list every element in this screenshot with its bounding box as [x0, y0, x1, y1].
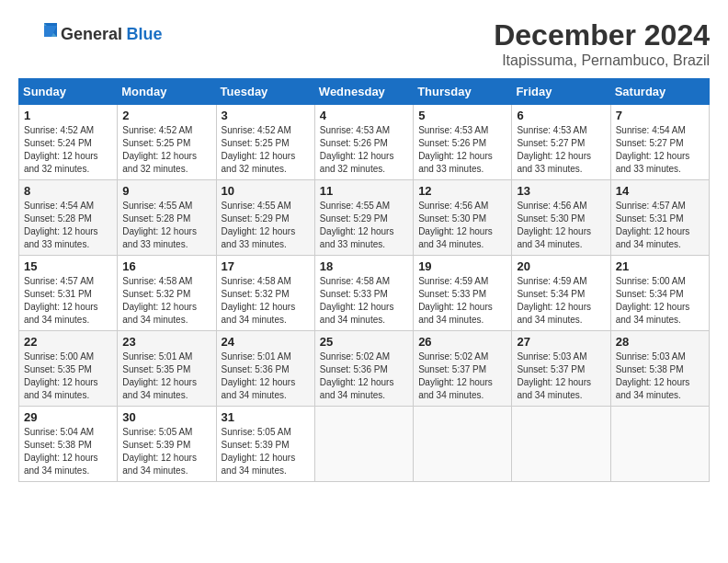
logo-blue-text: Blue: [127, 25, 163, 43]
day-info: Sunrise: 5:05 AMSunset: 5:39 PMDaylight:…: [222, 426, 310, 477]
day-cell: 10Sunrise: 4:55 AMSunset: 5:29 PMDayligh…: [216, 180, 314, 256]
day-number: 2: [122, 109, 210, 122]
day-number: 16: [122, 259, 210, 273]
col-wednesday: Wednesday: [314, 79, 413, 105]
day-cell: 29Sunrise: 5:04 AMSunset: 5:38 PMDayligh…: [19, 407, 118, 482]
day-cell: 5Sunrise: 4:53 AMSunset: 5:26 PMDaylight…: [414, 105, 512, 180]
day-cell: 4Sunrise: 4:53 AMSunset: 5:26 PMDaylight…: [314, 105, 413, 180]
day-number: 26: [418, 335, 506, 349]
day-info: Sunrise: 4:54 AMSunset: 5:28 PMDaylight:…: [24, 200, 112, 251]
month-title: December 2024: [494, 18, 710, 52]
day-number: 20: [517, 259, 605, 273]
day-number: 17: [222, 259, 310, 273]
day-number: 8: [24, 184, 112, 198]
day-cell: 23Sunrise: 5:01 AMSunset: 5:35 PMDayligh…: [118, 331, 216, 407]
day-cell: 7Sunrise: 4:54 AMSunset: 5:27 PMDaylight…: [610, 105, 709, 180]
day-number: 22: [24, 335, 112, 349]
day-info: Sunrise: 4:58 AMSunset: 5:33 PMDaylight:…: [320, 275, 408, 327]
day-info: Sunrise: 5:02 AMSunset: 5:36 PMDaylight:…: [320, 350, 408, 402]
day-number: 14: [616, 184, 704, 198]
day-info: Sunrise: 5:02 AMSunset: 5:37 PMDaylight:…: [418, 350, 506, 402]
day-number: 4: [320, 109, 408, 122]
day-cell: 20Sunrise: 4:59 AMSunset: 5:34 PMDayligh…: [512, 256, 610, 331]
day-info: Sunrise: 4:52 AMSunset: 5:24 PMDaylight:…: [24, 124, 112, 176]
day-info: Sunrise: 5:03 AMSunset: 5:37 PMDaylight:…: [517, 350, 605, 402]
day-number: 9: [122, 184, 210, 198]
day-cell: 14Sunrise: 4:57 AMSunset: 5:31 PMDayligh…: [610, 180, 709, 256]
day-info: Sunrise: 4:53 AMSunset: 5:26 PMDaylight:…: [418, 124, 506, 176]
day-info: Sunrise: 4:54 AMSunset: 5:27 PMDaylight:…: [616, 124, 704, 176]
col-tuesday: Tuesday: [216, 79, 314, 105]
day-number: 29: [24, 410, 112, 424]
day-info: Sunrise: 4:58 AMSunset: 5:32 PMDaylight:…: [122, 275, 210, 327]
day-cell: 30Sunrise: 5:05 AMSunset: 5:39 PMDayligh…: [118, 407, 216, 482]
day-info: Sunrise: 4:57 AMSunset: 5:31 PMDaylight:…: [616, 200, 704, 251]
day-cell: 2Sunrise: 4:52 AMSunset: 5:25 PMDaylight…: [118, 105, 216, 180]
day-info: Sunrise: 4:57 AMSunset: 5:31 PMDaylight:…: [24, 275, 112, 327]
day-number: 25: [320, 335, 408, 349]
day-cell: 13Sunrise: 4:56 AMSunset: 5:30 PMDayligh…: [512, 180, 610, 256]
day-info: Sunrise: 4:53 AMSunset: 5:27 PMDaylight:…: [517, 124, 605, 176]
day-info: Sunrise: 4:58 AMSunset: 5:32 PMDaylight:…: [222, 275, 310, 327]
day-cell: 27Sunrise: 5:03 AMSunset: 5:37 PMDayligh…: [512, 331, 610, 407]
location: Itapissuma, Pernambuco, Brazil: [494, 52, 710, 69]
day-info: Sunrise: 4:52 AMSunset: 5:25 PMDaylight:…: [222, 124, 310, 176]
day-info: Sunrise: 5:03 AMSunset: 5:38 PMDaylight:…: [616, 350, 704, 402]
day-cell: 19Sunrise: 4:59 AMSunset: 5:33 PMDayligh…: [414, 256, 512, 331]
day-cell: 9Sunrise: 4:55 AMSunset: 5:28 PMDaylight…: [118, 180, 216, 256]
day-number: 1: [24, 109, 112, 122]
calendar-table: Sunday Monday Tuesday Wednesday Thursday…: [18, 78, 710, 482]
day-info: Sunrise: 5:01 AMSunset: 5:35 PMDaylight:…: [122, 350, 210, 402]
day-info: Sunrise: 5:05 AMSunset: 5:39 PMDaylight:…: [122, 426, 210, 477]
logo: General Blue: [18, 18, 163, 51]
day-cell: 18Sunrise: 4:58 AMSunset: 5:33 PMDayligh…: [314, 256, 413, 331]
day-number: 21: [616, 259, 704, 273]
day-number: 28: [616, 335, 704, 349]
col-saturday: Saturday: [610, 79, 709, 105]
day-number: 30: [122, 410, 210, 424]
logo-icon: [18, 18, 57, 51]
day-cell: 21Sunrise: 5:00 AMSunset: 5:34 PMDayligh…: [610, 256, 709, 331]
header-row: Sunday Monday Tuesday Wednesday Thursday…: [19, 79, 710, 105]
day-number: 27: [517, 335, 605, 349]
day-cell: [512, 407, 610, 482]
day-info: Sunrise: 4:59 AMSunset: 5:34 PMDaylight:…: [517, 275, 605, 327]
logo-general-text: General: [61, 25, 122, 43]
day-cell: 12Sunrise: 4:56 AMSunset: 5:30 PMDayligh…: [414, 180, 512, 256]
day-number: 5: [418, 109, 506, 122]
day-info: Sunrise: 4:56 AMSunset: 5:30 PMDaylight:…: [517, 200, 605, 251]
week-row-1: 1Sunrise: 4:52 AMSunset: 5:24 PMDaylight…: [19, 105, 710, 180]
day-cell: 15Sunrise: 4:57 AMSunset: 5:31 PMDayligh…: [19, 256, 118, 331]
day-info: Sunrise: 4:55 AMSunset: 5:28 PMDaylight:…: [122, 200, 210, 251]
day-cell: 25Sunrise: 5:02 AMSunset: 5:36 PMDayligh…: [314, 331, 413, 407]
col-thursday: Thursday: [414, 79, 512, 105]
day-info: Sunrise: 5:04 AMSunset: 5:38 PMDaylight:…: [24, 426, 112, 477]
week-row-4: 22Sunrise: 5:00 AMSunset: 5:35 PMDayligh…: [19, 331, 710, 407]
week-row-3: 15Sunrise: 4:57 AMSunset: 5:31 PMDayligh…: [19, 256, 710, 331]
day-info: Sunrise: 4:55 AMSunset: 5:29 PMDaylight:…: [320, 200, 408, 251]
day-info: Sunrise: 5:00 AMSunset: 5:34 PMDaylight:…: [616, 275, 704, 327]
day-info: Sunrise: 5:00 AMSunset: 5:35 PMDaylight:…: [24, 350, 112, 402]
day-number: 18: [320, 259, 408, 273]
day-cell: 22Sunrise: 5:00 AMSunset: 5:35 PMDayligh…: [19, 331, 118, 407]
day-number: 23: [122, 335, 210, 349]
day-number: 24: [222, 335, 310, 349]
day-number: 11: [320, 184, 408, 198]
day-info: Sunrise: 4:52 AMSunset: 5:25 PMDaylight:…: [122, 124, 210, 176]
day-number: 13: [517, 184, 605, 198]
day-cell: 24Sunrise: 5:01 AMSunset: 5:36 PMDayligh…: [216, 331, 314, 407]
day-cell: 26Sunrise: 5:02 AMSunset: 5:37 PMDayligh…: [414, 331, 512, 407]
day-info: Sunrise: 5:01 AMSunset: 5:36 PMDaylight:…: [222, 350, 310, 402]
day-number: 19: [418, 259, 506, 273]
week-row-5: 29Sunrise: 5:04 AMSunset: 5:38 PMDayligh…: [19, 407, 710, 482]
day-number: 31: [222, 410, 310, 424]
day-number: 7: [616, 109, 704, 122]
day-cell: 11Sunrise: 4:55 AMSunset: 5:29 PMDayligh…: [314, 180, 413, 256]
day-cell: 28Sunrise: 5:03 AMSunset: 5:38 PMDayligh…: [610, 331, 709, 407]
day-number: 10: [222, 184, 310, 198]
day-info: Sunrise: 4:55 AMSunset: 5:29 PMDaylight:…: [222, 200, 310, 251]
day-cell: 6Sunrise: 4:53 AMSunset: 5:27 PMDaylight…: [512, 105, 610, 180]
week-row-2: 8Sunrise: 4:54 AMSunset: 5:28 PMDaylight…: [19, 180, 710, 256]
day-info: Sunrise: 4:59 AMSunset: 5:33 PMDaylight:…: [418, 275, 506, 327]
header: General Blue December 2024 Itapissuma, P…: [18, 18, 710, 69]
